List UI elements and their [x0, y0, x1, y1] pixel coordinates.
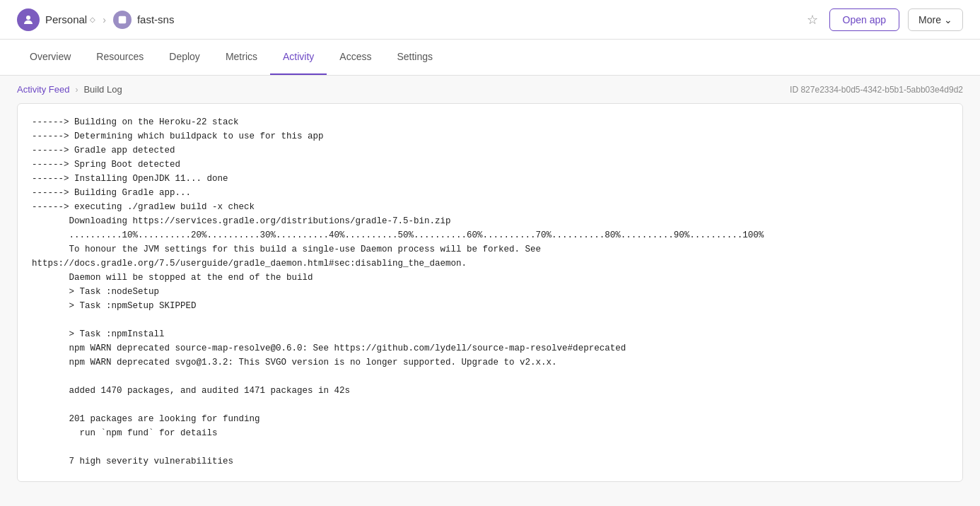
breadcrumb-current-page: Build Log	[83, 84, 122, 95]
build-id-label: ID 827e2334-b0d5-4342-b5b1-5abb03e4d9d2	[790, 85, 963, 95]
tab-activity[interactable]: Activity	[270, 40, 327, 75]
star-icon: ☆	[807, 13, 818, 27]
tab-deploy[interactable]: Deploy	[156, 40, 213, 75]
topbar-right: ☆ Open app More ⌄	[804, 8, 963, 31]
tab-access[interactable]: Access	[327, 40, 384, 75]
log-container: ------> Building on the Heroku-22 stack …	[17, 103, 963, 482]
avatar	[17, 8, 40, 31]
star-button[interactable]: ☆	[804, 9, 821, 30]
breadcrumb-activity-feed-link[interactable]: Activity Feed	[17, 84, 69, 95]
topbar: Personal ◇ › fast-sns ☆ Open app More ⌄	[0, 0, 980, 40]
log-content: ------> Building on the Heroku-22 stack …	[32, 115, 948, 481]
breadcrumb: Activity Feed › Build Log	[17, 84, 122, 95]
app-name-label: fast-sns	[137, 13, 175, 25]
app-icon	[113, 11, 132, 29]
nav-tabs: Overview Resources Deploy Metrics Activi…	[0, 40, 980, 76]
more-button[interactable]: More ⌄	[908, 8, 963, 31]
tab-resources[interactable]: Resources	[83, 40, 156, 75]
svg-point-0	[26, 16, 30, 20]
tab-overview[interactable]: Overview	[17, 40, 83, 75]
more-chevron-icon: ⌄	[944, 14, 952, 25]
breadcrumb-arrow-icon: ›	[103, 14, 106, 25]
log-scroll-area[interactable]: ------> Building on the Heroku-22 stack …	[18, 104, 962, 481]
svg-rect-1	[119, 16, 127, 23]
breadcrumb-bar: Activity Feed › Build Log ID 827e2334-b0…	[0, 76, 980, 103]
personal-chevron-icon: ◇	[90, 16, 95, 23]
topbar-left: Personal ◇ › fast-sns	[17, 8, 174, 31]
personal-label[interactable]: Personal ◇	[45, 13, 95, 25]
tab-settings[interactable]: Settings	[384, 40, 445, 75]
tab-metrics[interactable]: Metrics	[213, 40, 270, 75]
open-app-button[interactable]: Open app	[829, 8, 900, 31]
breadcrumb-separator-icon: ›	[75, 85, 78, 95]
